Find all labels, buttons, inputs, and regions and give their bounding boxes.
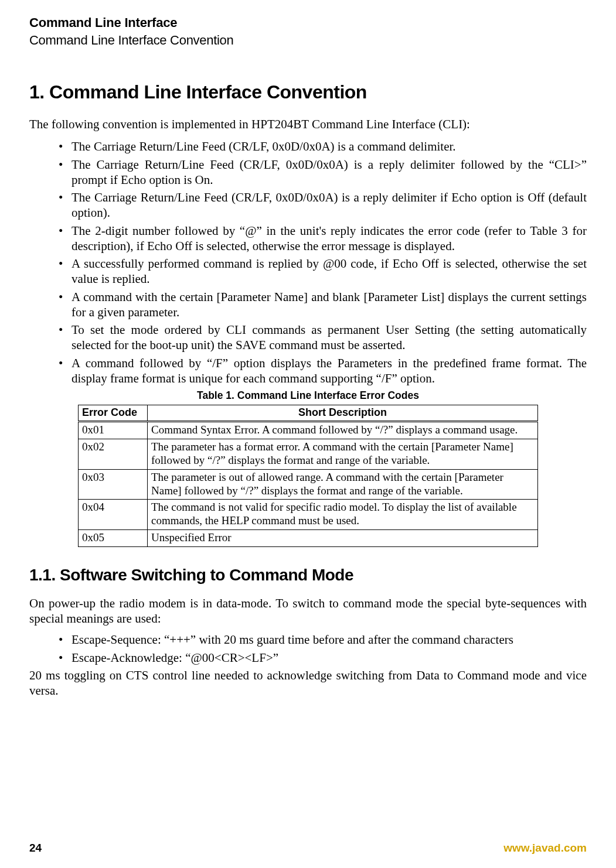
section-1-1-p2: 20 ms toggling on CTS control line neede…	[29, 668, 587, 699]
table-row: 0x05 Unspecified Error	[79, 530, 538, 547]
section-1-1-bullet-list: Escape-Sequence: “+++” with 20 ms guard …	[29, 632, 587, 665]
list-item: The Carriage Return/Line Feed (CR/LF, 0x…	[59, 157, 587, 188]
table-1-caption: Table 1. Command Line Interface Error Co…	[29, 389, 587, 402]
section-1-heading: 1. Command Line Interface Convention	[29, 80, 587, 104]
cell-desc: Unspecified Error	[148, 530, 538, 547]
table-header-short-description: Short Description	[148, 405, 538, 422]
cell-code: 0x03	[79, 469, 148, 500]
table-row: 0x01 Command Syntax Error. A command fol…	[79, 422, 538, 439]
table-row: 0x02 The parameter has a format error. A…	[79, 439, 538, 470]
cell-code: 0x05	[79, 530, 148, 547]
table-header-error-code: Error Code	[79, 405, 148, 422]
cell-desc: The parameter is out of allowed range. A…	[148, 469, 538, 500]
cell-code: 0x01	[79, 422, 148, 439]
cell-code: 0x04	[79, 500, 148, 530]
list-item: The Carriage Return/Line Feed (CR/LF, 0x…	[59, 139, 587, 154]
cell-desc: The parameter has a format error. A comm…	[148, 439, 538, 470]
page-footer: 24 www.javad.com	[29, 841, 587, 855]
cell-desc: The command is not valid for specific ra…	[148, 500, 538, 530]
table-row: 0x03 The parameter is out of allowed ran…	[79, 469, 538, 500]
error-codes-table: Error Code Short Description 0x01 Comman…	[78, 405, 538, 547]
page-header: Command Line Interface Command Line Inte…	[29, 15, 587, 48]
list-item: A command followed by “/F” option displa…	[59, 356, 587, 387]
list-item: A successfully performed command is repl…	[59, 256, 587, 287]
cell-desc: Command Syntax Error. A command followed…	[148, 422, 538, 439]
section-1-1-p1: On power-up the radio modem is in data-m…	[29, 596, 587, 627]
list-item: To set the mode ordered by CLI commands …	[59, 322, 587, 353]
list-item: A command with the certain [Parameter Na…	[59, 289, 587, 320]
section-1-intro: The following convention is implemented …	[29, 117, 587, 132]
list-item: The Carriage Return/Line Feed (CR/LF, 0x…	[59, 190, 587, 221]
page-number: 24	[29, 841, 42, 855]
table-row: 0x04 The command is not valid for specif…	[79, 500, 538, 530]
list-item: Escape-Sequence: “+++” with 20 ms guard …	[59, 632, 587, 647]
footer-url: www.javad.com	[503, 841, 587, 855]
section-1-1-heading: 1.1. Software Switching to Command Mode	[29, 565, 587, 585]
list-item: Escape-Acknowledge: “@00<CR><LF>”	[59, 650, 587, 665]
list-item: The 2-digit number followed by “@” in th…	[59, 223, 587, 254]
cell-code: 0x02	[79, 439, 148, 470]
chapter-subtitle: Command Line Interface Convention	[29, 32, 587, 49]
chapter-title: Command Line Interface	[29, 15, 587, 31]
section-1-bullet-list: The Carriage Return/Line Feed (CR/LF, 0x…	[29, 139, 587, 386]
